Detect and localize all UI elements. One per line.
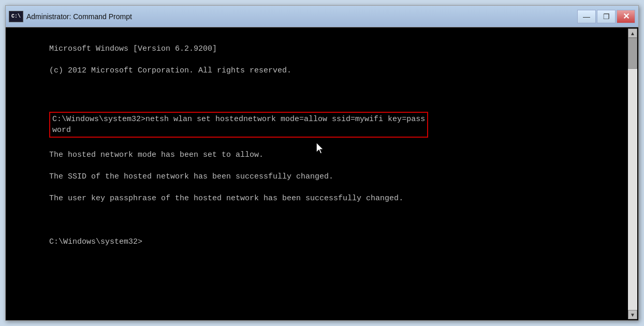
title-bar: C:\ Administrator: Command Prompt — ❐ ✕ xyxy=(6,6,638,27)
title-bar-left: C:\ Administrator: Command Prompt xyxy=(9,11,173,22)
scroll-up-button[interactable]: ▲ xyxy=(628,28,637,38)
command-prompt-window: C:\ Administrator: Command Prompt — ❐ ✕ … xyxy=(5,5,639,321)
scroll-down-arrow: ▼ xyxy=(630,312,635,318)
minimize-button[interactable]: — xyxy=(577,10,596,23)
output-line1: The hosted network mode has been set to … xyxy=(49,151,264,159)
scroll-up-arrow: ▲ xyxy=(630,31,635,36)
new-prompt: C:\Windows\system32> xyxy=(49,238,142,246)
scrollbar: ▲ ▼ xyxy=(628,28,637,319)
output-line2: The SSID of the hosted network has been … xyxy=(49,172,333,181)
window-title: Administrator: Command Prompt xyxy=(26,12,132,21)
app-icon-label: C:\ xyxy=(11,13,21,19)
window-controls: — ❐ ✕ xyxy=(577,10,635,23)
terminal-content[interactable]: Microsoft Windows [Version 6.2.9200] (c)… xyxy=(7,28,628,319)
command-text: C:\Windows\system32>netsh wlan set hoste… xyxy=(52,115,425,135)
maximize-button[interactable]: ❐ xyxy=(597,10,616,23)
command-highlighted-block: C:\Windows\system32>netsh wlan set hoste… xyxy=(49,112,428,138)
scrollbar-track[interactable] xyxy=(628,38,637,310)
app-icon: C:\ xyxy=(9,11,23,22)
terminal-outer: Microsoft Windows [Version 6.2.9200] (c)… xyxy=(6,27,638,320)
copyright-line: (c) 2012 Microsoft Corporation. All righ… xyxy=(49,66,291,75)
scroll-down-button[interactable]: ▼ xyxy=(628,310,637,319)
close-button[interactable]: ✕ xyxy=(617,10,635,23)
windows-version-line: Microsoft Windows [Version 6.2.9200] xyxy=(49,45,217,53)
output-line3: The user key passphrase of the hosted ne… xyxy=(49,194,403,203)
terminal-output: Microsoft Windows [Version 6.2.9200] (c)… xyxy=(12,33,623,258)
scrollbar-thumb[interactable] xyxy=(628,38,637,69)
